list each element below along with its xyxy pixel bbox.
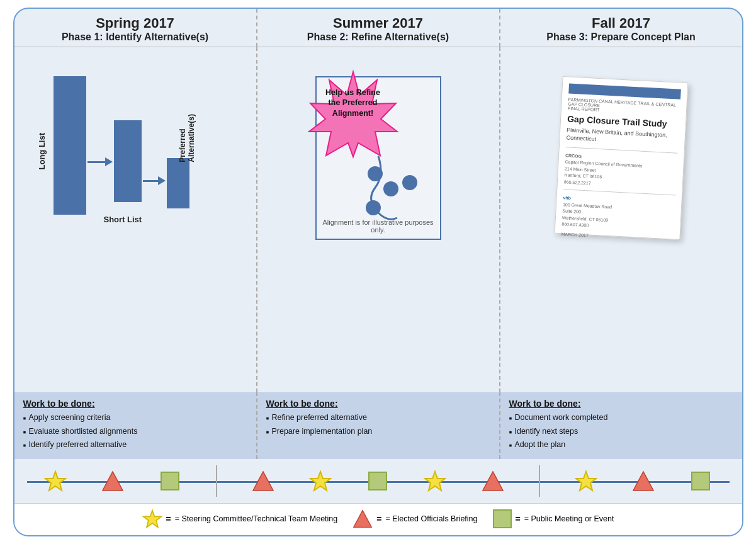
work-item-3-2: ▪ Identify next steps [509,426,733,438]
star-icon-1 [44,470,67,492]
long-list-bar [54,76,86,215]
work-item-1-2: ▪ Evaluate shortlisted alignments [23,426,247,438]
svg-marker-12 [633,472,653,490]
work-heading-3: Work to be done: [509,399,733,409]
header-col-3: Fall 2017 Phase 3: Prepare Concept Plan [500,9,742,47]
season-spring: Spring 2017 [20,15,251,31]
work-item-2-1: ▪ Refine preferred alternative [266,412,490,424]
legend-square: = = Public Meeting or Event [493,509,614,528]
arrow1-line [87,161,105,163]
phase2-col: Help us Refine the Preferred Alignment! … [257,47,500,392]
phase3-diagram: FARMINGTON CANAL HERITAGE TRAIL & CENTRA… [508,57,735,259]
work-item-3-1: ▪ Document work completed [509,412,733,424]
bullet: ▪ [266,412,269,424]
square-icon-3 [691,472,710,490]
timeline-icons [27,465,730,497]
legend-star: = = Steering Committee/Technical Team Me… [142,509,338,529]
work-row: Work to be done: ▪ Apply screening crite… [14,392,742,459]
tl-star-3 [424,470,446,492]
star-icon-4 [575,470,597,492]
legend-square-icon [493,509,512,528]
square-icon-2 [368,472,387,490]
legend-eq-square: = [516,514,521,524]
svg-point-2 [383,181,398,196]
tl-triangle-4 [632,470,655,492]
main-container: Spring 2017 Phase 1: Identify Alternativ… [13,8,743,536]
work-item-3-3: ▪ Adopt the plan [509,439,733,451]
tl-triangle-3 [482,470,504,492]
svg-marker-7 [253,472,273,490]
content-row: Long List Short List PreferredAlternativ… [14,47,742,392]
starburst-text: Help us Refine the Preferred Alignment! [319,88,387,118]
timeline-col-divider-1 [216,465,217,497]
legend-triangle: = = Elected Officials Briefing [353,509,477,529]
report-cover: FARMINGTON CANAL HERITAGE TRAIL & CENTRA… [554,76,688,240]
tl-triangle-1 [101,470,124,492]
bullet: ▪ [509,439,512,451]
bullet: ▪ [266,426,269,438]
svg-marker-5 [45,472,65,490]
bullet: ▪ [509,426,512,438]
phase2-diagram: Help us Refine the Preferred Alignment! … [265,57,492,259]
legend-row: = = Steering Committee/Technical Team Me… [14,503,742,535]
arrow1-head [105,157,113,166]
report-date: MARCH 2017 [561,232,673,242]
work-col-3: Work to be done: ▪ Document work complet… [500,392,742,459]
report-logo-crcog: CRCOG Capitol Region Council of Governme… [563,152,677,191]
arrow1 [87,158,113,166]
legend-star-label: = Steering Committee/Technical Team Meet… [175,514,338,523]
work-col-1: Work to be done: ▪ Apply screening crite… [14,392,257,459]
tl-star-4 [575,470,597,492]
svg-marker-10 [483,472,503,490]
bullet: ▪ [23,439,26,451]
tl-square-1 [159,470,181,492]
header-col-2: Summer 2017 Phase 2: Refine Alternative(… [257,9,500,47]
phase-1-title: Phase 1: Identify Alternative(s) [20,31,251,43]
preferred-bar [167,158,189,208]
tl-triangle-2 [252,470,274,492]
legend-triangle-icon [353,509,373,529]
timeline-row [14,459,742,503]
tl-star-1 [44,470,67,492]
square-icon-1 [161,472,179,490]
work-heading-2: Work to be done: [266,399,490,409]
timeline-col-divider-2 [539,465,540,497]
star-icon-3 [424,470,446,492]
arrow2 [143,177,166,184]
triangle-icon-1 [101,470,124,492]
svg-marker-14 [354,511,371,528]
phase-3-title: Phase 3: Prepare Concept Plan [505,31,737,43]
work-item-1-1: ▪ Apply screening criteria [23,412,247,424]
long-list-label: Long List [37,133,47,170]
svg-point-1 [368,166,383,181]
triangle-icon-2 [252,470,274,492]
svg-point-3 [366,200,381,215]
svg-marker-6 [103,472,123,490]
phase1-diagram: Long List Short List PreferredAlternativ… [22,57,249,259]
tl-star-2 [309,470,332,492]
work-item-1-3: ▪ Identify preferred alternative [23,439,247,451]
report-logo-vhb: vhb 100 Great Meadow Road Suite 200 Weth… [561,195,675,234]
svg-point-4 [402,175,417,190]
svg-marker-8 [310,472,330,490]
work-item-2-2: ▪ Prepare implementation plan [266,426,490,438]
arrow2-line [143,180,158,182]
legend-star-icon [142,509,162,529]
legend-eq-star: = [166,514,171,524]
short-list-bar [114,120,142,202]
legend-triangle-label: = Elected Officials Briefing [385,514,477,523]
legend-eq-triangle: = [376,514,381,524]
tl-square-2 [366,470,389,492]
season-summer: Summer 2017 [262,15,494,31]
trail-box: Help us Refine the Preferred Alignment! … [315,76,441,240]
svg-marker-13 [143,511,161,528]
season-fall: Fall 2017 [505,15,737,31]
tl-square-3 [689,470,712,492]
short-list-label: Short List [104,215,142,224]
report-subtitle: Plainville, New Britain, and Southington… [566,127,679,148]
bullet: ▪ [23,412,26,424]
starburst-container: Help us Refine the Preferred Alignment! [308,69,399,160]
phase1-col: Long List Short List PreferredAlternativ… [14,47,257,392]
phase-2-title: Phase 2: Refine Alternative(s) [262,31,494,43]
svg-marker-11 [576,472,596,490]
